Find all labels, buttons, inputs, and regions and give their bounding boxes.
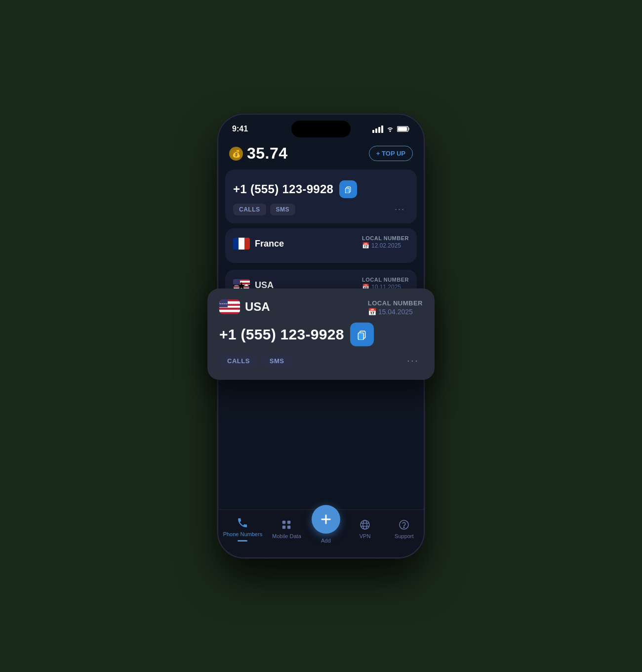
tab-vpn-label: VPN	[360, 533, 371, 539]
card-footer-top: CALLS SMS ···	[233, 202, 409, 216]
floating-expiry-date: 15.04.2025	[378, 308, 413, 316]
wifi-icon	[386, 126, 394, 132]
dynamic-island	[291, 121, 351, 137]
phone-row-top: +1 (555) 123-9928	[233, 180, 409, 198]
copy-button-top[interactable]	[339, 180, 357, 198]
more-button-top[interactable]: ···	[391, 202, 409, 216]
plus-icon	[319, 512, 333, 526]
tab-add-label: Add	[321, 538, 331, 544]
vpn-icon	[359, 518, 371, 531]
france-card-header: France LOCAL NUMBER 📅 12.02.2025	[233, 235, 409, 252]
svg-rect-1	[408, 127, 410, 130]
floating-local-label: LOCAL NUMBER	[368, 299, 423, 307]
france-expiry: 📅 12.02.2025	[362, 242, 409, 249]
support-icon	[398, 518, 410, 531]
svg-rect-8	[287, 521, 290, 524]
floating-expiry: 📅 15.04.2025	[368, 308, 423, 316]
card-france: France LOCAL NUMBER 📅 12.02.2025	[225, 228, 417, 263]
tab-vpn[interactable]: VPN	[350, 518, 380, 539]
floating-tag-sms: SMS	[262, 354, 292, 367]
battery-icon	[397, 126, 410, 132]
tab-bar: Phone Numbers Mobile Data	[218, 509, 424, 557]
svg-point-11	[361, 520, 369, 529]
copy-button-floating[interactable]	[350, 323, 374, 346]
add-fab-button[interactable]	[312, 505, 340, 534]
tab-phone-numbers[interactable]: Phone Numbers	[223, 516, 263, 542]
balance-amount: 35.74	[247, 144, 288, 163]
phone-number-top: +1 (555) 123-9928	[233, 182, 333, 196]
floating-country-name: USA	[245, 300, 270, 314]
france-flag	[233, 235, 250, 252]
balance-icon: 💰	[229, 147, 243, 161]
tab-mobile-data[interactable]: Mobile Data	[272, 518, 301, 539]
usa-bottom-local-label: LOCAL NUMBER	[362, 277, 409, 283]
card-us-top: +1 (555) 123-9928 CALLS SMS	[225, 169, 417, 223]
tags-top: CALLS SMS	[233, 204, 295, 215]
floating-tags: CALLS SMS	[219, 354, 292, 367]
france-local-label: LOCAL NUMBER	[362, 235, 409, 241]
france-country-row: France	[233, 235, 284, 252]
floating-card-header: ★★★★★★★★★★★★★★★★★★★★★★★★★★★★★★★★★★★★★★★★…	[219, 299, 423, 316]
top-up-button[interactable]: + TOP UP	[369, 146, 413, 161]
tag-sms-top: SMS	[270, 204, 296, 215]
svg-rect-10	[287, 526, 290, 529]
tab-phone-numbers-label: Phone Numbers	[223, 531, 263, 537]
svg-rect-9	[282, 526, 285, 529]
svg-rect-2	[398, 127, 407, 131]
floating-phone-row: +1 (555) 123-9928	[219, 323, 423, 346]
floating-country-row: ★★★★★★★★★★★★★★★★★★★★★★★★★★★★★★★★★★★★★★★★…	[219, 299, 270, 314]
floating-tag-calls: CALLS	[219, 354, 258, 367]
floating-number-info: LOCAL NUMBER 📅 15.04.2025	[368, 299, 423, 316]
balance-area: 💰 35.74	[229, 144, 288, 163]
svg-rect-7	[282, 521, 285, 524]
floating-usa-flag: ★★★★★★★★★★★★★★★★★★★★★★★★★★★★★★★★★★★★★★★★…	[219, 299, 240, 314]
app-header: 💰 35.74 + TOP UP	[218, 139, 424, 169]
tab-support[interactable]: Support	[389, 518, 419, 539]
tab-active-indicator	[238, 540, 247, 542]
tag-calls-top: CALLS	[233, 204, 266, 215]
france-country-name: France	[255, 239, 284, 249]
copy-icon-floating	[357, 329, 367, 340]
svg-point-16	[404, 527, 405, 528]
tab-mobile-data-label: Mobile Data	[272, 533, 301, 539]
tab-add[interactable]: Add	[311, 514, 341, 544]
copy-icon-top	[344, 185, 352, 193]
france-number-info: LOCAL NUMBER 📅 12.02.2025	[362, 235, 409, 249]
status-time: 9:41	[232, 125, 248, 133]
svg-rect-4	[346, 188, 350, 193]
floating-card-footer: CALLS SMS ···	[219, 352, 423, 369]
more-button-floating[interactable]: ···	[403, 352, 423, 369]
status-icons	[372, 126, 410, 133]
floating-card-usa: ★★★★★★★★★★★★★★★★★★★★★★★★★★★★★★★★★★★★★★★★…	[207, 289, 435, 380]
app-scene: 9:41	[193, 64, 449, 608]
floating-phone-number: +1 (555) 123-9928	[219, 326, 344, 343]
tab-support-label: Support	[395, 533, 414, 539]
signal-bars	[372, 126, 383, 133]
phone-numbers-icon	[236, 516, 249, 529]
svg-point-12	[363, 520, 367, 529]
svg-rect-18	[358, 333, 363, 340]
mobile-data-icon	[280, 518, 293, 531]
